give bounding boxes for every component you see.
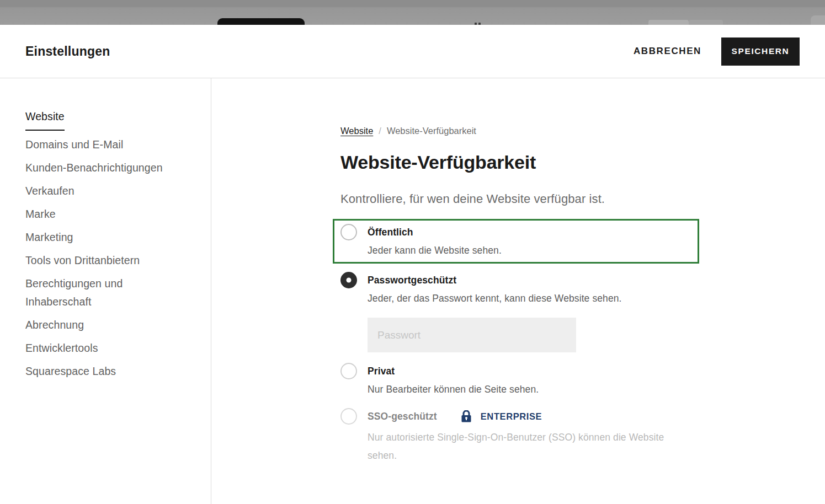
radio-passwortgeschuetzt[interactable] [340,272,357,288]
sidebar-item-verkaufen[interactable]: Verkaufen [25,182,163,200]
radio-sso-geschuetzt[interactable] [340,408,357,425]
sidebar-item-marke[interactable]: Marke [25,205,163,223]
cancel-button[interactable]: ABBRECHEN [634,46,701,57]
option-passwortgeschuetzt-label: Passwortgeschützt [368,274,691,287]
settings-modal: Einstellungen ABBRECHEN SPEICHERN Websit… [0,25,825,504]
sidebar-item-kunden-benachrichtigungen[interactable]: Kunden-Benachrichtigungen [25,159,163,177]
option-oeffentlich[interactable]: Öffentlich Jeder kann die Website sehen. [333,219,699,264]
modal-header: Einstellungen ABBRECHEN SPEICHERN [0,25,825,78]
password-input[interactable] [368,318,576,352]
option-text: Passwortgeschützt Jeder, der das Passwor… [368,274,691,352]
sidebar-item-website[interactable]: Website [25,108,163,131]
option-sso-description: Nur autorisierte Single-Sign-On-Benutzer… [368,428,686,465]
modal-body: Website Domains und E-Mail Kunden-Benach… [0,78,825,504]
settings-title: Einstellungen [25,44,110,59]
option-sso-geschuetzt[interactable]: SSO-geschützt ENTERPRISE [333,410,699,465]
radio-oeffentlich[interactable] [340,224,357,240]
option-text: Privat Nur Bearbeiter können die Seite s… [368,364,691,396]
sidebar-item-domains-und-e-mail[interactable]: Domains und E-Mail [25,136,163,154]
sso-label-row: SSO-geschützt ENTERPRISE [368,410,691,423]
option-text: SSO-geschützt ENTERPRISE [368,410,691,465]
option-oeffentlich-description: Jeder kann die Website sehen. [368,244,691,257]
option-text: Öffentlich Jeder kann die Website sehen. [368,226,691,257]
sidebar-item-abrechnung[interactable]: Abrechnung [25,316,163,334]
backdrop-light-button-fragment [689,20,723,25]
option-privat-description: Nur Bearbeiter können die Seite sehen. [368,383,691,396]
lock-icon [461,410,471,422]
option-passwortgeschuetzt[interactable]: Passwortgeschützt Jeder, der das Passwor… [333,274,699,352]
option-passwortgeschuetzt-description: Jeder, der das Passwort kennt, kann dies… [368,292,691,305]
sidebar-item-tools-von-drittanbietern[interactable]: Tools von Drittanbietern [25,251,163,270]
sidebar-item-berechtigungen-und-inhaberschaft[interactable]: Berechtigungen und Inhaberschaft [25,275,163,311]
sidebar-item-squarespace-labs[interactable]: Squarespace Labs [25,362,163,380]
option-oeffentlich-label: Öffentlich [368,226,691,239]
main-content: Website / Website-Verfügbarkeit Website-… [211,78,825,504]
breadcrumb-website-link[interactable]: Website [340,126,373,136]
enterprise-badge-label: ENTERPRISE [481,411,542,422]
breadcrumb-separator: / [379,126,381,136]
option-sso-label: SSO-geschützt [368,410,437,423]
radio-privat[interactable] [340,363,357,379]
sidebar-item-entwicklertools[interactable]: Entwicklertools [25,339,163,357]
page-subtitle: Kontrolliere, für wen deine Website verf… [340,192,825,206]
save-button[interactable]: SPEICHERN [721,37,800,66]
backdrop-panel-fragment [811,15,825,25]
breadcrumb: Website / Website-Verfügbarkeit [340,126,825,136]
backdrop-light-button-fragment [648,20,689,25]
option-privat[interactable]: Privat Nur Bearbeiter können die Seite s… [333,364,699,396]
option-privat-label: Privat [368,364,691,378]
page-title: Website-Verfügbarkeit [340,152,825,172]
settings-sidebar: Website Domains und E-Mail Kunden-Benach… [0,78,211,504]
availability-options: Öffentlich Jeder kann die Website sehen.… [340,219,825,465]
breadcrumb-current: Website-Verfügbarkeit [387,126,476,136]
sidebar-nav: Website Domains und E-Mail Kunden-Benach… [25,108,163,380]
backdrop-dark-button-fragment [217,18,305,25]
sidebar-item-marketing[interactable]: Marketing [25,228,163,246]
dimmed-backdrop [0,0,825,25]
enterprise-badge[interactable]: ENTERPRISE [461,410,542,422]
